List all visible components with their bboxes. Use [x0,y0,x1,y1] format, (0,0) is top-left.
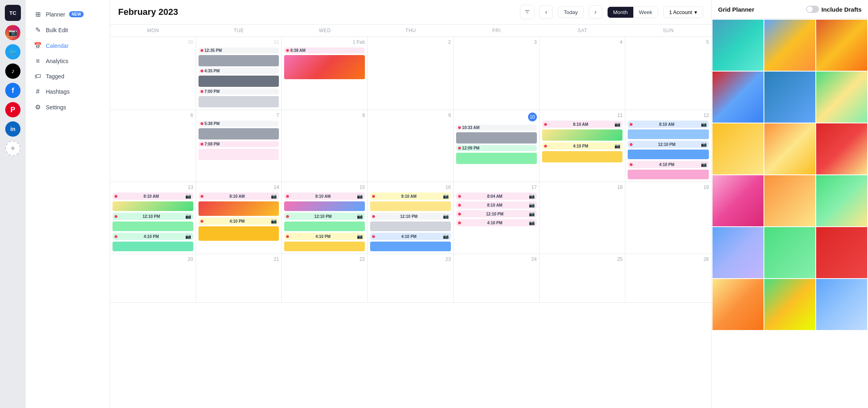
grid-photo[interactable] [816,175,867,226]
filter-button[interactable] [520,5,534,19]
account-avatar-twitter[interactable]: 🐦 [5,44,20,59]
grid-photo[interactable] [764,123,815,174]
account-avatar-insta1[interactable]: 📷 [5,25,20,40]
event-card[interactable]: 12:35 PM [199,47,279,53]
event-thumbnail [628,129,709,139]
grid-photo[interactable] [764,227,815,278]
sidebar-item-settings[interactable]: ⚙ Settings [26,99,110,115]
add-account-button[interactable]: + [5,141,20,156]
account-avatar-tiktok[interactable]: ♪ [5,64,20,79]
event-card[interactable]: 8:10 AM 📷 [370,193,451,200]
cal-cell-feb20: 20 [110,254,196,302]
grid-photo[interactable] [764,175,815,226]
day-number: 3 [456,39,537,45]
account-selector[interactable]: 1 Account ▾ [663,6,703,18]
day-header-mon: Mon [110,25,196,37]
account-avatar-pinterest[interactable]: P [5,102,20,117]
calendar-body: 30 31 12:35 PM 4:35 PM [110,37,711,303]
day-number: 16 [370,185,451,190]
grid-photo[interactable] [764,279,815,330]
today-button[interactable]: Today [558,6,584,18]
account-avatar-facebook[interactable]: f [5,83,20,98]
event-card[interactable]: 12:10 PM 📷 [370,213,451,220]
calendar-week-3: 13 8:10 AM 📷 12:10 PM 📷 [110,182,711,254]
event-card[interactable]: 4:10 PM 📷 [542,142,623,150]
event-card[interactable]: 8:10 AM 📷 [456,201,537,209]
prev-month-button[interactable]: ‹ [539,5,553,19]
grid-photo[interactable] [712,20,764,71]
calendar-week-4: 20 21 22 23 24 25 26 [110,254,711,303]
sidebar-item-calendar[interactable]: 📅 Calendar [26,38,110,53]
event-dot [372,215,375,218]
event-card[interactable]: 8:10 AM 📷 [628,121,709,128]
event-card[interactable]: 8:10 AM 📷 [284,193,365,200]
event-card[interactable]: 8:10 AM 📷 [542,121,623,128]
event-card[interactable]: 4:10 PM 📷 [199,217,279,225]
event-card[interactable]: 4:10 PM 📷 [628,161,709,168]
event-dot [201,122,203,125]
grid-photo[interactable] [712,279,764,330]
event-card[interactable]: 12:10 PM 📷 [113,213,193,220]
sidebar-item-tagged[interactable]: 🏷 Tagged [26,69,110,84]
event-card[interactable]: 4:10 PM 📷 [456,219,537,226]
event-card[interactable]: 8:38 AM [284,47,365,53]
instagram-icon: 📷 [529,193,535,199]
event-dot [458,221,461,224]
event-thumbnail [284,221,365,231]
bulk-edit-icon: ✎ [34,26,42,34]
day-number: 19 [628,185,709,190]
event-card[interactable]: 12:09 PM [456,145,537,151]
event-dot [458,147,461,150]
drafts-toggle-switch[interactable] [806,6,819,13]
user-avatar[interactable]: TC [5,5,21,21]
event-card[interactable]: 4:10 PM 📷 [113,233,193,240]
event-card[interactable]: 8:04 AM 📷 [456,193,537,200]
account-avatar-linkedin[interactable]: in [5,121,20,137]
event-card[interactable]: 12:10 PM 📷 [628,141,709,148]
instagram-icon: 📷 [271,218,277,224]
event-card[interactable]: 7:00 PM [199,88,279,94]
event-card[interactable]: 12:10 PM 📷 [456,210,537,217]
instagram-icon: 📷 [185,234,191,239]
grid-photo[interactable] [712,123,764,174]
day-number: 18 [542,185,623,190]
sidebar-item-hashtags[interactable]: # Hashtags [26,84,110,99]
include-drafts-toggle[interactable]: Include Drafts [806,6,862,13]
grid-photo[interactable] [816,72,867,123]
grid-photo[interactable] [764,20,815,71]
event-card[interactable]: 12:10 PM 📷 [284,213,365,220]
grid-photo[interactable] [712,175,764,226]
cal-cell-feb18: 18 [540,182,626,254]
grid-photo[interactable] [816,20,867,71]
event-card[interactable]: 4:10 PM 📷 [284,233,365,240]
grid-photo[interactable] [816,227,867,278]
event-card[interactable]: 4:35 PM [199,68,279,74]
event-card[interactable]: 5:38 PM [199,121,279,127]
instagram-icon: 📷 [614,121,620,127]
event-thumbnail [456,153,537,164]
grid-photo[interactable] [712,72,764,123]
event-thumbnail [113,221,193,231]
event-card[interactable]: 7:08 PM [199,141,279,147]
analytics-icon: ≡ [34,57,42,65]
next-month-button[interactable]: › [589,5,602,19]
sidebar-item-planner[interactable]: ⊞ Planner NEW [26,6,110,22]
grid-photo[interactable] [816,123,867,174]
sidebar-item-analytics[interactable]: ≡ Analytics [26,53,110,69]
sidebar-item-planner-label: Planner [46,11,65,18]
event-thumbnail [199,226,279,241]
event-card[interactable]: 8:10 AM 📷 [113,193,193,200]
grid-photo[interactable] [712,227,764,278]
grid-photo[interactable] [764,72,815,123]
cal-cell-feb9: 9 [368,110,454,182]
day-header-fri: Fri [454,25,540,37]
new-badge: NEW [69,11,83,17]
event-card[interactable]: 4:10 PM 📷 [370,233,451,240]
event-card[interactable]: 10:33 AM [456,125,537,131]
event-card[interactable]: 8:10 AM 📷 [199,193,279,200]
grid-photo[interactable] [816,279,867,330]
week-view-button[interactable]: Week [633,7,658,18]
month-view-button[interactable]: Month [608,7,633,18]
sidebar-item-bulk-edit[interactable]: ✎ Bulk Edit [26,22,110,38]
day-number: 22 [284,256,365,262]
